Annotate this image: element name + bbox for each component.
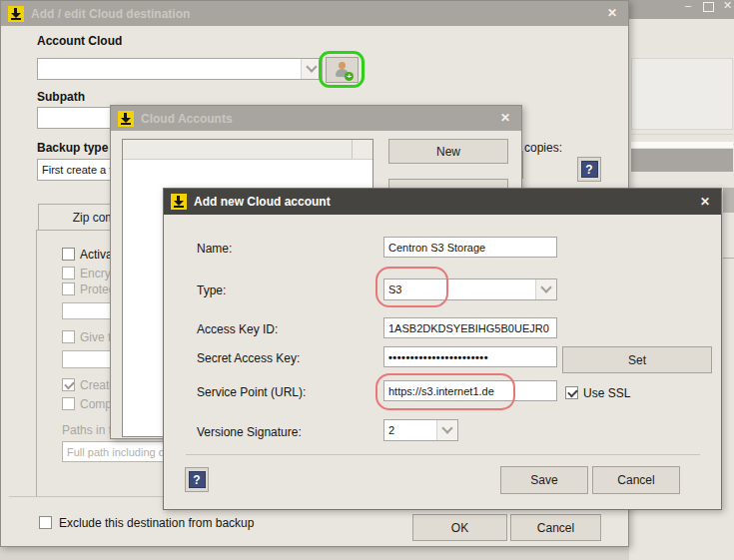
secret-key-field[interactable]: ••••••••••••••••••••••• [383, 346, 557, 367]
destination-title: Add / edit Cloud destination [31, 7, 190, 21]
accounts-titlebar: Cloud Accounts ✕ [111, 106, 521, 131]
signature-combobox[interactable]: 2 [383, 419, 458, 441]
destination-titlebar: Add / edit Cloud destination ✕ [1, 1, 628, 26]
signature-label: Versione Signature: [197, 425, 302, 439]
access-key-label: Access Key ID: [197, 322, 278, 336]
app-logo-icon [171, 194, 187, 210]
person-add-icon: + [334, 62, 351, 79]
app-logo-icon [118, 111, 134, 127]
main-window-line2 [723, 258, 734, 259]
backup-type-label: Backup type [37, 141, 108, 155]
exclude-checkbox[interactable] [39, 516, 52, 529]
set-button[interactable]: Set [562, 346, 712, 373]
plus-icon: + [345, 72, 354, 81]
add-account-title: Add new Cloud account [194, 195, 331, 209]
add-account-titlebar: Add new Cloud account ✕ [164, 189, 721, 215]
compress-checkbox [62, 397, 75, 410]
accounts-title: Cloud Accounts [141, 112, 233, 126]
accounts-list-header [123, 140, 372, 160]
secret-key-value: ••••••••••••••••••••••• [388, 351, 488, 363]
name-field[interactable]: Centron S3 Storage [383, 237, 557, 258]
screen: – ✕ Add / edit Cloud destination ✕ Accou… [0, 0, 734, 560]
cancel-button[interactable]: Cancel [592, 466, 680, 494]
use-ssl-checkbox[interactable] [565, 386, 578, 399]
account-cloud-combobox[interactable] [37, 58, 323, 80]
chevron-down-icon[interactable] [535, 280, 556, 299]
name-label: Name: [197, 242, 232, 256]
type-label: Type: [197, 283, 226, 297]
main-window-white-strip [631, 142, 733, 148]
give-checkbox [62, 330, 75, 343]
main-window-panel [631, 58, 733, 130]
help-button[interactable]: ? [577, 157, 601, 182]
access-key-field[interactable]: 1ASB2DKDSYEBIHG5B0UEJR0 [383, 317, 557, 338]
secret-key-label: Secret Access Key: [197, 351, 300, 365]
close-icon[interactable]: ✕ [489, 106, 521, 131]
main-window-gray-band [631, 149, 733, 172]
tab-zip-compression-label: Zip com [73, 211, 116, 225]
column-divider [352, 140, 353, 159]
main-window-titlebar: – ✕ [629, 0, 734, 19]
service-point-label: Service Point (URL): [197, 385, 306, 399]
chevron-down-icon[interactable] [301, 59, 322, 79]
access-key-value: 1ASB2DKDSYEBIHG5B0UEJR0 [388, 322, 549, 334]
help-icon: ? [189, 471, 206, 488]
type-value: S3 [388, 283, 401, 295]
ok-button[interactable]: OK [412, 514, 507, 541]
help-button[interactable]: ? [185, 467, 209, 492]
backup-type-value: First create a f [42, 164, 112, 176]
help-icon: ? [581, 161, 598, 178]
maximize-icon[interactable] [703, 2, 714, 12]
close-icon[interactable]: ✕ [596, 1, 628, 26]
protect-checkbox [62, 282, 75, 295]
copies-label: copies: [524, 141, 562, 155]
encrypt-checkbox [62, 267, 75, 280]
close-icon[interactable]: ✕ [689, 189, 721, 214]
paths-placeholder: Full path including dri [67, 446, 171, 458]
close-icon[interactable]: ✕ [723, 0, 732, 12]
add-account-button[interactable]: + [326, 57, 359, 83]
app-logo-icon [8, 6, 24, 22]
main-window-band2 [723, 188, 734, 213]
minimize-icon[interactable]: – [685, 0, 691, 11]
name-value: Centron S3 Storage [388, 242, 485, 254]
footer-separator [186, 454, 700, 455]
subpath-label: Subpath [37, 90, 85, 104]
save-button[interactable]: Save [500, 466, 588, 494]
chevron-down-icon[interactable] [436, 420, 457, 440]
new-account-button[interactable]: New [388, 139, 508, 164]
exclude-label: Exclude this destination from backup [59, 516, 254, 530]
service-point-field[interactable]: https://s3.internet1.de [383, 380, 557, 401]
signature-value: 2 [388, 424, 394, 436]
use-ssl-label: Use SSL [583, 386, 630, 400]
type-combobox[interactable]: S3 [383, 279, 557, 300]
add-new-cloud-account-dialog: Add new Cloud account ✕ Name: Centron S3… [163, 188, 722, 510]
account-cloud-label: Account Cloud [37, 34, 122, 48]
cancel-button[interactable]: Cancel [510, 514, 601, 541]
service-point-value: https://s3.internet1.de [388, 385, 494, 397]
create-checkbox [62, 378, 75, 391]
activate-checkbox[interactable] [62, 248, 75, 261]
main-window-line [631, 134, 733, 135]
